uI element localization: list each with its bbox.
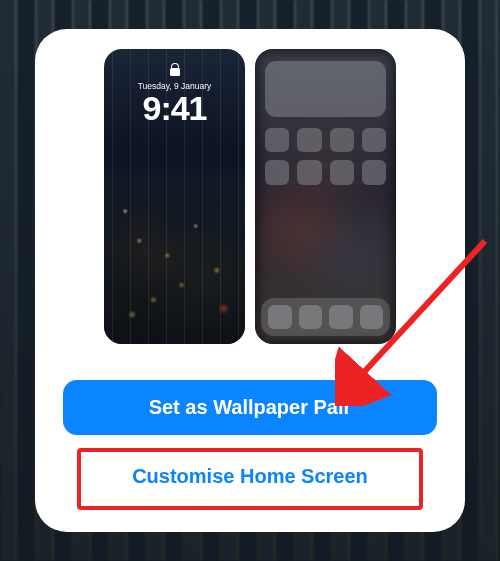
action-button-stack: Set as Wallpaper Pair Customise Home Scr… bbox=[63, 380, 437, 504]
set-wallpaper-pair-button[interactable]: Set as Wallpaper Pair bbox=[63, 380, 437, 435]
lock-screen-content: Tuesday, 9 January 9:41 bbox=[104, 63, 245, 125]
dock-icon-placeholder bbox=[268, 305, 292, 329]
home-screen-dock bbox=[261, 298, 390, 336]
lock-icon bbox=[170, 63, 180, 76]
app-icon-placeholder bbox=[297, 128, 321, 152]
app-icon-grid bbox=[265, 128, 386, 185]
lock-screen-date: Tuesday, 9 January bbox=[104, 81, 245, 91]
app-icon-placeholder bbox=[265, 160, 289, 184]
lock-screen-preview: Tuesday, 9 January 9:41 bbox=[104, 49, 245, 344]
dock-icon-placeholder bbox=[329, 305, 353, 329]
dock-icon-placeholder bbox=[360, 305, 384, 329]
app-icon-placeholder bbox=[330, 160, 354, 184]
widget-placeholder bbox=[265, 61, 386, 117]
wallpaper-options-modal: Tuesday, 9 January 9:41 bbox=[35, 29, 465, 532]
home-screen-preview bbox=[255, 49, 396, 344]
lock-screen-time: 9:41 bbox=[104, 91, 245, 125]
app-icon-placeholder bbox=[362, 160, 386, 184]
app-icon-placeholder bbox=[265, 128, 289, 152]
app-icon-placeholder bbox=[330, 128, 354, 152]
wallpaper-preview-pair: Tuesday, 9 January 9:41 bbox=[104, 49, 396, 344]
customise-home-screen-button[interactable]: Customise Home Screen bbox=[63, 449, 437, 504]
app-icon-placeholder bbox=[362, 128, 386, 152]
app-icon-placeholder bbox=[297, 160, 321, 184]
dock-icon-placeholder bbox=[299, 305, 323, 329]
